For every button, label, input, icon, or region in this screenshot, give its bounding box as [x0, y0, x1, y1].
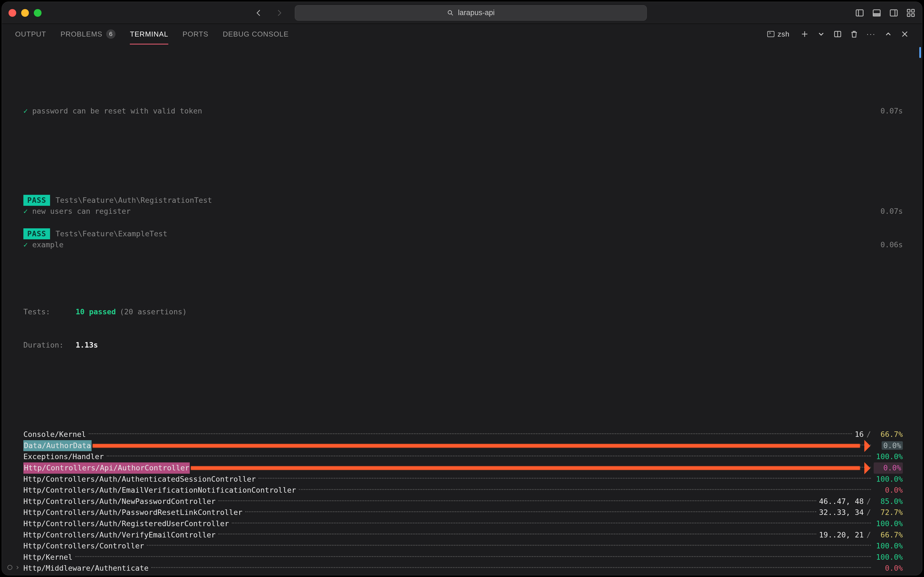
tests-passed-count: 10 passed — [76, 306, 116, 318]
svg-rect-6 — [890, 10, 897, 16]
coverage-dots — [151, 567, 871, 568]
duration-value: 1.13s — [76, 340, 98, 351]
coverage-dots — [299, 489, 871, 490]
svg-rect-8 — [907, 9, 910, 12]
svg-point-0 — [448, 10, 452, 14]
terminal-shell-selector[interactable]: zsh — [764, 29, 792, 40]
test-case-time: 0.07s — [880, 206, 903, 217]
close-panel-button[interactable] — [901, 30, 909, 38]
command-center-search[interactable]: larapus-api — [295, 5, 647, 21]
coverage-path: Http/Controllers/Auth/VerifyEmailControl… — [23, 529, 216, 541]
coverage-pct: 0.0% — [874, 563, 903, 574]
new-terminal-button[interactable] — [801, 30, 809, 38]
remote-indicator-icon — [7, 565, 12, 570]
tab-ports-label: PORTS — [183, 30, 208, 39]
coverage-path: Http/Middleware/Authenticate — [23, 563, 149, 574]
coverage-pct: 100.0% — [874, 552, 903, 563]
shell-name: zsh — [778, 30, 790, 39]
test-case-time: 0.06s — [880, 239, 903, 251]
coverage-dots — [147, 545, 871, 546]
toggle-secondary-sidebar-icon[interactable] — [889, 8, 898, 18]
coverage-path: Http/Controllers/Auth/PasswordResetLinkC… — [23, 507, 242, 518]
coverage-sep: / — [866, 529, 871, 541]
maximize-panel-icon[interactable] — [884, 30, 892, 38]
toggle-panel-icon[interactable] — [872, 8, 881, 18]
coverage-lines: 19..20, 21 — [819, 529, 864, 541]
pass-badge: PASS — [23, 195, 50, 206]
coverage-lines: 32..33, 34 — [819, 507, 864, 518]
coverage-sep: / — [866, 429, 871, 440]
test-case-name: example — [32, 239, 63, 251]
coverage-path: Http/Kernel — [23, 552, 73, 563]
coverage-path: Http/Controllers/Auth/EmailVerificationN… — [23, 485, 296, 496]
svg-rect-10 — [907, 13, 910, 16]
svg-rect-9 — [912, 9, 914, 12]
customize-layout-icon[interactable] — [906, 8, 916, 18]
tab-terminal[interactable]: TERMINAL — [130, 30, 168, 39]
coverage-dots — [89, 433, 852, 434]
window-close-button[interactable] — [8, 9, 16, 17]
coverage-pct: 100.0% — [874, 540, 903, 552]
svg-rect-1 — [856, 10, 863, 16]
checkmark-icon: ✓ — [23, 239, 28, 251]
duration-label: Duration: — [23, 340, 70, 351]
terminal-output[interactable]: ✓ password can be reset with valid token… — [2, 44, 922, 575]
window-titlebar: larapus-api — [2, 2, 922, 24]
problems-count-badge: 6 — [106, 29, 115, 39]
coverage-sep: / — [866, 496, 871, 507]
coverage-pct: 0.0% — [874, 463, 903, 474]
coverage-path: Http/Controllers/Auth/RegisteredUserCont… — [23, 518, 229, 529]
traffic-lights — [8, 9, 42, 17]
coverage-pct: 100.0% — [874, 518, 903, 529]
layout-controls — [855, 8, 916, 18]
coverage-pct: 100.0% — [874, 451, 903, 463]
coverage-lines: 16 — [855, 429, 864, 440]
nav-forward-button[interactable] — [275, 9, 283, 17]
test-case-time: 0.07s — [880, 105, 903, 117]
coverage-lines: 46..47, 48 — [819, 496, 864, 507]
terminal-dropdown-icon[interactable] — [817, 30, 825, 38]
tab-debug-console[interactable]: DEBUG CONSOLE — [223, 30, 289, 39]
coverage-dots — [232, 522, 871, 524]
tab-problems[interactable]: PROBLEMS 6 — [60, 29, 116, 39]
statusbar-remote[interactable]: › — [7, 563, 20, 572]
tab-problems-label: PROBLEMS — [60, 30, 103, 39]
suite-path: Tests\Feature\Auth\RegistrationTest — [55, 195, 212, 206]
more-actions-icon[interactable]: ··· — [866, 30, 876, 39]
tab-ports[interactable]: PORTS — [183, 30, 208, 39]
window-minimize-button[interactable] — [21, 9, 29, 17]
coverage-path: Http/Controllers/Api/AuthorController — [23, 463, 190, 474]
coverage-dots — [218, 533, 816, 534]
coverage-pct: 100.0% — [874, 474, 903, 485]
suite-path: Tests\Feature\ExampleTest — [55, 228, 167, 240]
split-terminal-button[interactable] — [834, 30, 842, 38]
coverage-dots — [218, 500, 816, 501]
tab-output[interactable]: OUTPUT — [15, 30, 46, 39]
coverage-pct: 72.7% — [874, 507, 903, 518]
nav-back-button[interactable] — [255, 9, 263, 17]
coverage-path: Console/Kernel — [23, 429, 86, 440]
window-zoom-button[interactable] — [34, 9, 42, 17]
tests-assertions: (20 assertions) — [120, 306, 187, 318]
pass-badge: PASS — [23, 228, 50, 240]
tab-terminal-label: TERMINAL — [130, 30, 168, 39]
tab-output-label: OUTPUT — [15, 30, 46, 39]
kill-terminal-button[interactable] — [850, 30, 858, 38]
panel-tabs: OUTPUT PROBLEMS 6 TERMINAL PORTS DEBUG C… — [2, 24, 922, 44]
chevron-right-icon: › — [15, 563, 20, 572]
test-case-name: password can be reset with valid token — [32, 105, 202, 117]
coverage-pct: 100.0% — [874, 574, 903, 575]
search-text: larapus-api — [458, 8, 495, 17]
coverage-pct: 85.0% — [874, 496, 903, 507]
coverage-pct: 0.0% — [874, 440, 903, 451]
svg-rect-11 — [912, 13, 914, 16]
toggle-primary-sidebar-icon[interactable] — [855, 8, 864, 18]
terminal-icon — [767, 31, 774, 37]
svg-rect-5 — [873, 13, 880, 16]
annotation-arrow — [93, 444, 860, 448]
test-case-name: new users can register — [32, 206, 131, 217]
coverage-pct: 66.7% — [874, 429, 903, 440]
coverage-pct: 66.7% — [874, 529, 903, 541]
coverage-path: Data/AuthorData — [23, 440, 92, 451]
checkmark-icon: ✓ — [23, 105, 28, 117]
